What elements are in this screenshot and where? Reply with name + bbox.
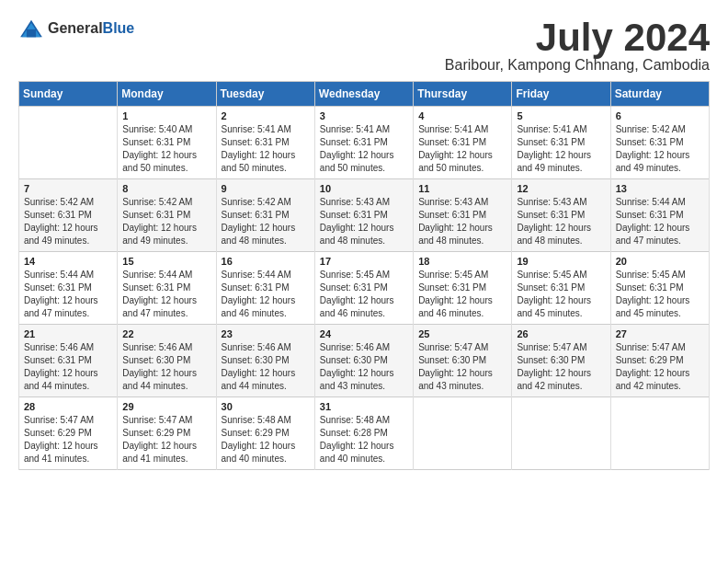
day-cell: 3Sunrise: 5:41 AM Sunset: 6:31 PM Daylig… [314,107,413,179]
day-info: Sunrise: 5:48 AM Sunset: 6:29 PM Dayligh… [222,414,310,465]
day-cell: 1Sunrise: 5:40 AM Sunset: 6:31 PM Daylig… [118,107,216,179]
day-number: 12 [517,183,605,194]
day-info: Sunrise: 5:45 AM Sunset: 6:31 PM Dayligh… [517,269,605,320]
day-info: Sunrise: 5:47 AM Sunset: 6:29 PM Dayligh… [24,414,112,465]
header-day-friday: Friday [512,82,610,107]
week-row-4: 28Sunrise: 5:47 AM Sunset: 6:29 PM Dayli… [19,397,710,470]
day-number: 23 [222,328,310,339]
day-cell: 5Sunrise: 5:41 AM Sunset: 6:31 PM Daylig… [512,107,610,179]
day-info: Sunrise: 5:45 AM Sunset: 6:31 PM Dayligh… [418,269,506,320]
day-cell: 17Sunrise: 5:45 AM Sunset: 6:31 PM Dayli… [314,252,413,325]
day-number: 2 [222,110,310,121]
day-number: 14 [24,256,112,267]
week-row-2: 14Sunrise: 5:44 AM Sunset: 6:31 PM Dayli… [19,252,710,325]
logo-text-general: General [48,20,103,36]
day-number: 16 [222,256,310,267]
logo-icon [18,18,44,39]
day-cell: 22Sunrise: 5:46 AM Sunset: 6:30 PM Dayli… [118,325,216,397]
day-cell [414,397,512,470]
day-info: Sunrise: 5:46 AM Sunset: 6:30 PM Dayligh… [320,341,408,393]
day-info: Sunrise: 5:41 AM Sunset: 6:31 PM Dayligh… [418,123,506,175]
day-info: Sunrise: 5:42 AM Sunset: 6:31 PM Dayligh… [222,196,310,247]
day-number: 8 [122,183,210,194]
day-cell [512,397,610,470]
day-number: 28 [24,401,112,412]
day-cell: 31Sunrise: 5:48 AM Sunset: 6:28 PM Dayli… [314,397,413,470]
day-number: 18 [418,256,506,267]
day-info: Sunrise: 5:47 AM Sunset: 6:30 PM Dayligh… [418,341,506,393]
day-number: 17 [320,256,408,267]
day-cell: 2Sunrise: 5:41 AM Sunset: 6:31 PM Daylig… [216,107,314,179]
day-cell: 29Sunrise: 5:47 AM Sunset: 6:29 PM Dayli… [118,397,216,470]
month-title: July 2024 [445,18,710,57]
logo: GeneralBlue [18,18,134,39]
day-number: 22 [122,328,210,339]
day-cell: 16Sunrise: 5:44 AM Sunset: 6:31 PM Dayli… [216,252,314,325]
day-number: 20 [616,256,704,267]
day-cell: 10Sunrise: 5:43 AM Sunset: 6:31 PM Dayli… [314,179,413,252]
day-cell: 14Sunrise: 5:44 AM Sunset: 6:31 PM Dayli… [19,252,118,325]
day-info: Sunrise: 5:47 AM Sunset: 6:29 PM Dayligh… [122,414,210,465]
day-info: Sunrise: 5:42 AM Sunset: 6:31 PM Dayligh… [616,123,704,175]
day-info: Sunrise: 5:44 AM Sunset: 6:31 PM Dayligh… [616,196,704,247]
day-cell: 27Sunrise: 5:47 AM Sunset: 6:29 PM Dayli… [610,325,709,397]
day-number: 11 [418,183,506,194]
day-cell: 24Sunrise: 5:46 AM Sunset: 6:30 PM Dayli… [314,325,413,397]
header-day-sunday: Sunday [19,82,118,107]
day-cell: 21Sunrise: 5:46 AM Sunset: 6:31 PM Dayli… [19,325,118,397]
day-cell: 25Sunrise: 5:47 AM Sunset: 6:30 PM Dayli… [414,325,512,397]
day-cell: 4Sunrise: 5:41 AM Sunset: 6:31 PM Daylig… [414,107,512,179]
day-cell: 11Sunrise: 5:43 AM Sunset: 6:31 PM Dayli… [414,179,512,252]
day-number: 29 [122,401,210,412]
day-info: Sunrise: 5:48 AM Sunset: 6:28 PM Dayligh… [320,414,408,465]
day-number: 10 [320,183,408,194]
day-info: Sunrise: 5:41 AM Sunset: 6:31 PM Dayligh… [222,123,310,175]
location-title: Baribour, Kampong Chhnang, Cambodia [445,57,710,74]
calendar-header: SundayMondayTuesdayWednesdayThursdayFrid… [19,82,710,107]
week-row-3: 21Sunrise: 5:46 AM Sunset: 6:31 PM Dayli… [19,325,710,397]
day-cell: 7Sunrise: 5:42 AM Sunset: 6:31 PM Daylig… [19,179,118,252]
calendar-table: SundayMondayTuesdayWednesdayThursdayFrid… [18,81,710,470]
day-cell: 15Sunrise: 5:44 AM Sunset: 6:31 PM Dayli… [118,252,216,325]
day-number: 27 [616,328,704,339]
header-row: SundayMondayTuesdayWednesdayThursdayFrid… [19,82,710,107]
week-row-1: 7Sunrise: 5:42 AM Sunset: 6:31 PM Daylig… [19,179,710,252]
day-info: Sunrise: 5:42 AM Sunset: 6:31 PM Dayligh… [122,196,210,247]
day-cell: 20Sunrise: 5:45 AM Sunset: 6:31 PM Dayli… [610,252,709,325]
day-number: 31 [320,401,408,412]
day-info: Sunrise: 5:43 AM Sunset: 6:31 PM Dayligh… [320,196,408,247]
day-cell: 8Sunrise: 5:42 AM Sunset: 6:31 PM Daylig… [118,179,216,252]
day-cell: 28Sunrise: 5:47 AM Sunset: 6:29 PM Dayli… [19,397,118,470]
day-info: Sunrise: 5:43 AM Sunset: 6:31 PM Dayligh… [418,196,506,247]
header-day-wednesday: Wednesday [314,82,413,107]
title-block: July 2024 Baribour, Kampong Chhnang, Cam… [445,18,710,74]
day-cell: 30Sunrise: 5:48 AM Sunset: 6:29 PM Dayli… [216,397,314,470]
day-cell: 12Sunrise: 5:43 AM Sunset: 6:31 PM Dayli… [512,179,610,252]
header-day-monday: Monday [118,82,216,107]
day-info: Sunrise: 5:44 AM Sunset: 6:31 PM Dayligh… [122,269,210,320]
day-info: Sunrise: 5:46 AM Sunset: 6:30 PM Dayligh… [122,341,210,393]
day-info: Sunrise: 5:46 AM Sunset: 6:30 PM Dayligh… [222,341,310,393]
svg-rect-2 [27,29,36,37]
day-cell: 19Sunrise: 5:45 AM Sunset: 6:31 PM Dayli… [512,252,610,325]
day-number: 7 [24,183,112,194]
day-number: 5 [517,110,605,121]
day-number: 25 [418,328,506,339]
day-info: Sunrise: 5:47 AM Sunset: 6:29 PM Dayligh… [616,341,704,393]
day-cell: 26Sunrise: 5:47 AM Sunset: 6:30 PM Dayli… [512,325,610,397]
day-info: Sunrise: 5:46 AM Sunset: 6:31 PM Dayligh… [24,341,112,393]
day-cell [19,107,118,179]
day-number: 21 [24,328,112,339]
header-day-thursday: Thursday [414,82,512,107]
day-number: 4 [418,110,506,121]
day-number: 30 [222,401,310,412]
day-number: 6 [616,110,704,121]
day-info: Sunrise: 5:42 AM Sunset: 6:31 PM Dayligh… [24,196,112,247]
day-info: Sunrise: 5:41 AM Sunset: 6:31 PM Dayligh… [517,123,605,175]
logo-text-blue: Blue [103,20,135,36]
header-day-tuesday: Tuesday [216,82,314,107]
day-info: Sunrise: 5:44 AM Sunset: 6:31 PM Dayligh… [24,269,112,320]
day-cell: 6Sunrise: 5:42 AM Sunset: 6:31 PM Daylig… [610,107,709,179]
day-number: 26 [517,328,605,339]
day-info: Sunrise: 5:44 AM Sunset: 6:31 PM Dayligh… [222,269,310,320]
